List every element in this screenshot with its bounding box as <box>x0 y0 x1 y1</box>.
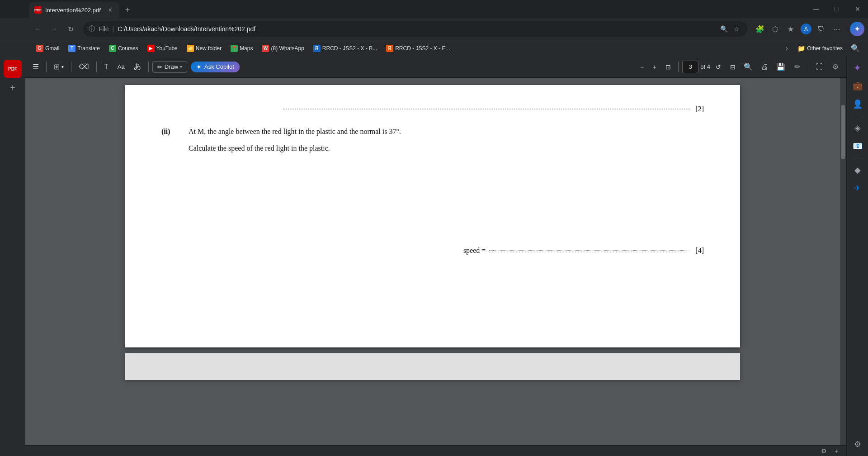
draw-button[interactable]: ✏ Draw ▾ <box>152 61 187 73</box>
scroll-thumb[interactable] <box>841 105 845 159</box>
erase-icon: ⌫ <box>79 62 89 71</box>
right-sidebar: ✦ 💼 👤 ◈ 📧 ◆ ✈ ⚙ <box>846 56 868 456</box>
address-star-icon[interactable]: ☆ <box>731 24 742 34</box>
tab-bar: PDF Intervention%202.pdf × + ─ □ × <box>0 0 868 18</box>
bookmark-translate[interactable]: T Translate <box>65 43 104 54</box>
collections-button[interactable]: ⬡ <box>768 22 783 36</box>
outline-icon: ☰ <box>33 62 39 71</box>
profile-button[interactable]: A <box>799 22 813 36</box>
fit-page-button[interactable]: ⊡ <box>662 60 675 74</box>
text-format-button[interactable]: Aa <box>114 60 128 74</box>
bottom-plus-button[interactable]: + <box>832 446 841 456</box>
page-total: of 4 <box>700 63 710 70</box>
bookmark-youtube[interactable]: ▶ YouTube <box>144 43 181 54</box>
forward-button[interactable]: → <box>47 22 61 36</box>
close-window-button[interactable]: × <box>847 0 868 18</box>
bookmark-rrcd1[interactable]: R RRCD - JSS2 - X - B... <box>310 43 381 54</box>
zoom-in-button[interactable]: + <box>649 60 660 74</box>
bookmark-maps-favicon: 📍 <box>231 45 238 52</box>
question-row: (ii) At M, the angle between the red lig… <box>161 126 704 154</box>
question-label: (ii) <box>161 126 179 138</box>
page-number-input[interactable] <box>682 61 698 73</box>
highlight-button[interactable]: ⊞ ▾ <box>50 60 67 74</box>
translate-icon: あ <box>134 62 141 71</box>
bookmark-rrcd2-label: RRCD - JSS2 - X - E... <box>395 45 450 52</box>
pdf-scroll-area[interactable]: [2] (ii) At M, the angle between the red… <box>25 78 840 445</box>
two-page-button[interactable]: ⊟ <box>726 60 739 74</box>
new-tab-button[interactable]: + <box>119 2 136 18</box>
tab-close-button[interactable]: × <box>107 5 114 14</box>
shield-button[interactable]: 🛡 <box>814 22 829 36</box>
tab-title: Intervention%202.pdf <box>45 7 101 14</box>
edge-profile-icon: 👤 <box>853 99 863 109</box>
copilot-label: Ask Copilot <box>204 63 234 70</box>
more-button[interactable]: ⋯ <box>830 22 844 36</box>
pdf-sidebar-button[interactable]: PDF <box>4 60 22 78</box>
edge-profile-button[interactable]: 👤 <box>849 96 866 112</box>
edge-settings-button[interactable]: ⚙ <box>849 436 866 452</box>
nav-divider <box>847 24 847 33</box>
fit-icon: ⊡ <box>665 63 671 71</box>
answer-dots-line: ........................................… <box>489 250 688 251</box>
bookmark-gmail[interactable]: G Gmail <box>33 43 63 54</box>
bookmark-maps-label: Maps <box>240 45 253 52</box>
bookmark-rrcd2[interactable]: R RRCD - JSS2 - X - E... <box>382 43 453 54</box>
other-favorites-button[interactable]: 📁 Other favorites <box>794 43 846 54</box>
pdf-fullscreen-button[interactable]: ⛶ <box>812 60 826 74</box>
bookmark-gmail-label: Gmail <box>45 45 59 52</box>
top-dotted-line-row: [2] <box>161 103 704 115</box>
question-text-line2: Calculate the speed of the red light in … <box>189 144 330 152</box>
bookmark-whatsapp-favicon: W <box>262 45 269 52</box>
copilot-icon: ✦ <box>854 25 860 33</box>
pdf-annotate-button[interactable]: ✏ <box>790 60 804 74</box>
ask-copilot-button[interactable]: ✦ Ask Copilot <box>191 62 240 72</box>
edge-bag-button[interactable]: 💼 <box>849 78 866 94</box>
copilot-button[interactable]: ✦ <box>850 22 864 36</box>
text-button[interactable]: T <box>100 60 112 74</box>
zoom-out-button[interactable]: − <box>637 60 647 74</box>
rotate-button[interactable]: ↺ <box>712 60 725 74</box>
bookmark-courses[interactable]: C Courses <box>105 43 142 54</box>
bottom-right-tools: ⚙ + <box>819 446 841 456</box>
pdf-print-button[interactable]: 🖨 <box>757 60 772 74</box>
maximize-button[interactable]: □ <box>826 0 847 18</box>
other-favorites-label: Other favorites <box>807 45 843 52</box>
new-sidebar-tab-button[interactable]: + <box>4 79 22 97</box>
edge-send-button[interactable]: ✈ <box>849 180 866 196</box>
address-search-icon[interactable]: 🔍 <box>718 24 729 34</box>
bookmark-maps[interactable]: 📍 Maps <box>227 43 256 54</box>
translate-button[interactable]: あ <box>130 60 145 74</box>
edge-copilot2-button[interactable]: ◈ <box>849 120 866 136</box>
back-button[interactable]: ← <box>31 22 45 36</box>
pdf-page-3: [2] (ii) At M, the angle between the red… <box>125 85 740 347</box>
pdf-settings-button[interactable]: ⚙ <box>828 60 843 74</box>
pdf-scroll-wrapper: [2] (ii) At M, the angle between the red… <box>25 78 846 445</box>
erase-button[interactable]: ⌫ <box>75 60 93 74</box>
edge-outlook-button[interactable]: 📧 <box>849 138 866 154</box>
bookmark-whatsapp[interactable]: W (8) WhatsApp <box>258 43 307 54</box>
pdf-search-button[interactable]: 🔍 <box>741 60 755 74</box>
two-page-icon: ⊟ <box>730 63 736 71</box>
rotate-icon: ↺ <box>716 63 721 71</box>
answer-prefix: speed = <box>463 245 486 256</box>
edge-settings-icon: ⚙ <box>854 439 861 449</box>
bookmarks-overflow: › <box>781 43 792 54</box>
bookmarks-search-button[interactable]: 🔍 <box>848 41 863 56</box>
outline-button[interactable]: ☰ <box>29 60 42 74</box>
address-protocol: File <box>99 25 109 33</box>
refresh-button[interactable]: ↻ <box>63 22 78 36</box>
bottom-settings-button[interactable]: ⚙ <box>819 446 828 456</box>
edge-copilot-button[interactable]: ✦ <box>849 60 866 76</box>
pdf-save-button[interactable]: 💾 <box>774 60 788 74</box>
edge-games-button[interactable]: ◆ <box>849 162 866 178</box>
bookmark-new-folder[interactable]: 📁 New folder <box>183 43 225 54</box>
active-tab[interactable]: PDF Intervention%202.pdf × <box>29 2 119 18</box>
question-text-block: At M, the angle between the red light in… <box>189 126 401 154</box>
extensions-button[interactable]: 🧩 <box>753 22 767 36</box>
address-bar[interactable]: ⓘ File | C:/Users/akach/Downloads/Interv… <box>83 21 747 37</box>
browser-chrome: PDF Intervention%202.pdf × + ─ □ × ← → ↻… <box>0 0 868 56</box>
vertical-scrollbar[interactable] <box>840 78 846 445</box>
bookmarks-overflow-button[interactable]: › <box>781 43 792 54</box>
minimize-button[interactable]: ─ <box>806 0 826 18</box>
favorites-button[interactable]: ★ <box>783 22 798 36</box>
